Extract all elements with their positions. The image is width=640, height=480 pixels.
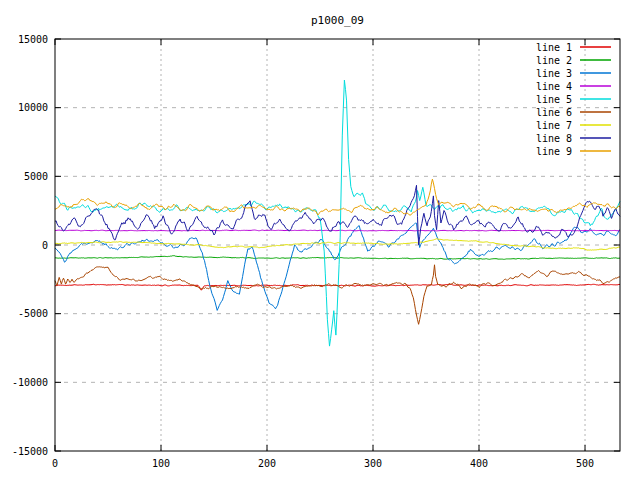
y-tick-label: 0 [42, 240, 48, 251]
legend-label-9: line 9 [536, 146, 572, 157]
legend-label-5: line 5 [536, 94, 572, 105]
legend-label-3: line 3 [536, 68, 572, 79]
chart-title: p1000_09 [311, 14, 364, 27]
x-tick-label: 400 [470, 458, 488, 469]
legend-label-8: line 8 [536, 133, 572, 144]
gnuplot-chart: 0100200300400500-15000-10000-50000500010… [0, 0, 640, 480]
chart-canvas: 0100200300400500-15000-10000-50000500010… [0, 0, 640, 480]
y-tick-label: 15000 [18, 34, 48, 45]
y-tick-label: -15000 [12, 446, 48, 457]
legend-label-2: line 2 [536, 55, 572, 66]
y-tick-label: 5000 [24, 171, 48, 182]
y-tick-label: -10000 [12, 377, 48, 388]
legend-label-6: line 6 [536, 107, 572, 118]
x-tick-label: 500 [576, 458, 594, 469]
x-tick-label: 200 [258, 458, 276, 469]
x-tick-label: 100 [152, 458, 170, 469]
legend-label-1: line 1 [536, 42, 572, 53]
x-tick-label: 300 [364, 458, 382, 469]
y-tick-label: 10000 [18, 102, 48, 113]
legend-label-4: line 4 [536, 81, 572, 92]
legend-label-7: line 7 [536, 120, 572, 131]
y-tick-label: -5000 [18, 308, 48, 319]
x-tick-label: 0 [52, 458, 58, 469]
